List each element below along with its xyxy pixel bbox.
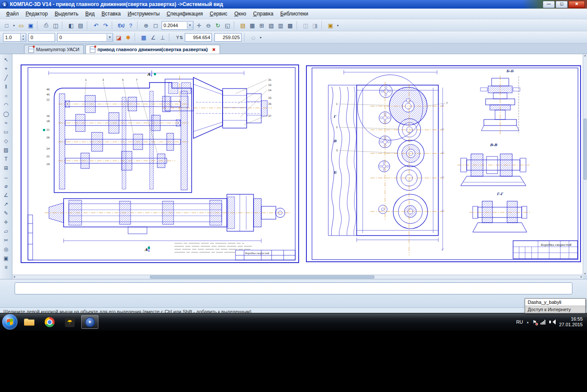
segment-icon[interactable]: ╱: [1, 74, 11, 82]
open-icon[interactable]: ▭: [17, 21, 26, 30]
specification-icon[interactable]: ▤: [238, 21, 248, 30]
scroll-up-icon[interactable]: ▲: [583, 54, 587, 57]
start-button[interactable]: [2, 314, 18, 330]
trim-icon[interactable]: ✂: [1, 236, 11, 245]
preview-icon[interactable]: ◫: [51, 21, 60, 30]
library-manager-icon[interactable]: ▣: [326, 21, 335, 30]
language-indicator[interactable]: RU: [516, 319, 523, 325]
save-icon[interactable]: ▣: [26, 21, 35, 30]
dim-angle-icon[interactable]: ∠: [1, 191, 11, 199]
grid-icon[interactable]: ▦: [139, 33, 148, 42]
select-arrow-icon[interactable]: ↖: [1, 55, 11, 64]
tab-privod-glavnogo-dvizheniya[interactable]: привод главного движения(свертка разверт…: [86, 45, 220, 54]
scroll-right-icon[interactable]: ►: [580, 276, 583, 278]
report-icon[interactable]: ▥: [276, 21, 285, 30]
layer-field[interactable]: 0: [28, 33, 55, 42]
step-spinner[interactable]: ▴▾: [20, 34, 26, 41]
drawing-sheet-right[interactable]: Б-Б В-В Г-Г Г В Б 1 2 3 7 Коробка скорос…: [306, 65, 581, 264]
ellipse-icon[interactable]: ◯: [1, 110, 11, 118]
table-icon[interactable]: ⊞: [1, 164, 11, 172]
tray-expand-icon[interactable]: ▴: [527, 320, 529, 324]
circle-icon[interactable]: ○: [1, 92, 11, 100]
close-button[interactable]: ✖: [569, 1, 585, 8]
horizontal-scroll-thumb[interactable]: [150, 276, 374, 279]
styles-icon[interactable]: ▧: [267, 21, 276, 30]
action-center-flag-icon[interactable]: ⚑: [532, 319, 537, 325]
layers-icon[interactable]: ≡: [1, 263, 11, 272]
menu-service[interactable]: Сервис: [206, 9, 231, 18]
dim-diameter-icon[interactable]: ⌀: [1, 182, 11, 190]
cascade-windows-icon[interactable]: ◫: [301, 21, 310, 30]
layout-icon[interactable]: ▦: [248, 21, 257, 30]
refresh-view-icon[interactable]: ↻: [214, 21, 223, 30]
eraser-icon[interactable]: ◪: [114, 33, 123, 42]
zoom-area-icon[interactable]: ◻: [151, 21, 160, 30]
menu-editor[interactable]: Редактор: [22, 9, 52, 18]
layer-style-arrow-icon[interactable]: ▾: [107, 34, 113, 41]
snap-icon[interactable]: ✱: [124, 33, 133, 42]
menu-select[interactable]: Выделить: [51, 9, 82, 18]
menu-tools[interactable]: Инструменты: [124, 9, 163, 18]
menu-help[interactable]: Справка: [250, 9, 277, 18]
undo-icon[interactable]: ↶: [92, 21, 101, 30]
coord-y-field[interactable]: 259.025: [214, 33, 242, 42]
horizontal-scrollbar[interactable]: ◄ ►: [12, 275, 583, 279]
polygon-icon[interactable]: ◇: [1, 137, 11, 145]
menu-libraries[interactable]: Библиотеки: [277, 9, 312, 18]
zoom-out-icon[interactable]: ⊖: [204, 21, 213, 30]
insert-table-icon[interactable]: ⊞: [257, 21, 266, 30]
antivirus-taskbar-icon[interactable]: ☂: [61, 315, 78, 329]
chrome-taskbar-icon[interactable]: [41, 315, 58, 329]
layer-style-combo[interactable]: 0 ▾: [57, 33, 113, 42]
arc-icon[interactable]: ◠: [1, 101, 11, 109]
property-input[interactable]: [15, 282, 572, 294]
ortho-icon[interactable]: ⊥: [158, 33, 167, 42]
text-icon[interactable]: Т: [1, 155, 11, 163]
dim-linear-icon[interactable]: ↔: [1, 173, 11, 181]
hatch-icon[interactable]: ▨: [1, 146, 11, 154]
redo-icon[interactable]: ↷: [101, 21, 110, 30]
network-icon[interactable]: [541, 320, 545, 325]
zoom-in-icon[interactable]: ⊕: [142, 21, 151, 30]
new-dropdown-icon[interactable]: ▾: [12, 21, 16, 30]
scroll-down-icon[interactable]: ▼: [583, 273, 587, 275]
zoom-combo[interactable]: 0.2044 ▾: [162, 21, 193, 30]
help-icon[interactable]: ?: [126, 21, 135, 30]
rectangle-icon[interactable]: ▭: [1, 128, 11, 136]
measure-icon[interactable]: ◎: [1, 245, 11, 254]
minimize-button[interactable]: —: [543, 1, 555, 8]
tab-close-icon[interactable]: ✖: [212, 47, 215, 52]
menu-specification[interactable]: Спецификация: [163, 9, 206, 18]
angle-snap-icon[interactable]: ∠: [149, 33, 158, 42]
scroll-left-icon[interactable]: ◄: [13, 276, 15, 278]
volume-icon[interactable]: [549, 319, 555, 325]
drawing-canvas[interactable]: А А 31 10 14 33 35 37 46 45 12 16 18 21 …: [12, 54, 583, 275]
coord-x-field[interactable]: 954.654: [185, 33, 212, 42]
explorer-taskbar-icon[interactable]: [21, 315, 38, 329]
menu-file[interactable]: Файл: [3, 9, 22, 18]
fx-icon[interactable]: f(x): [116, 21, 126, 30]
leader-icon[interactable]: ↗: [1, 200, 11, 208]
edit-icon[interactable]: ✎: [1, 209, 11, 217]
phantom-icon[interactable]: ◇: [249, 33, 258, 42]
menu-window[interactable]: Окно: [231, 9, 250, 18]
parallel-line-icon[interactable]: ‖: [1, 83, 11, 91]
restore-button[interactable]: ◱: [556, 1, 568, 8]
move-icon[interactable]: ✛: [1, 218, 11, 227]
clock[interactable]: 16:55 27.01.2015: [559, 316, 583, 328]
kompas-taskbar-icon[interactable]: ✦: [81, 315, 98, 329]
tab-manipulator-uasi[interactable]: Манипулятор УАСИ: [24, 45, 84, 54]
pan-icon[interactable]: ✛: [195, 21, 204, 30]
copy-icon[interactable]: ◧: [67, 21, 76, 30]
vertical-scrollbar[interactable]: ▲ ▼: [583, 54, 587, 275]
phantom-dropdown-icon[interactable]: ▾: [258, 33, 263, 42]
drawing-sheet-left[interactable]: А А 31 10 14 33 35 37 46 45 12 16 18 21 …: [21, 64, 299, 265]
network-notification[interactable]: Dasha_y_babyli Доступ к Интернету: [525, 298, 586, 313]
step-combo[interactable]: 1.0 ▴▾: [3, 33, 26, 42]
copy-object-icon[interactable]: ▱: [1, 227, 11, 236]
print-icon[interactable]: ⎙: [42, 21, 51, 30]
vertical-scroll-thumb[interactable]: [584, 119, 587, 180]
menu-view[interactable]: Вид: [82, 9, 98, 18]
spline-icon[interactable]: ≈: [1, 119, 11, 127]
attributes-icon[interactable]: ▩: [286, 21, 295, 30]
